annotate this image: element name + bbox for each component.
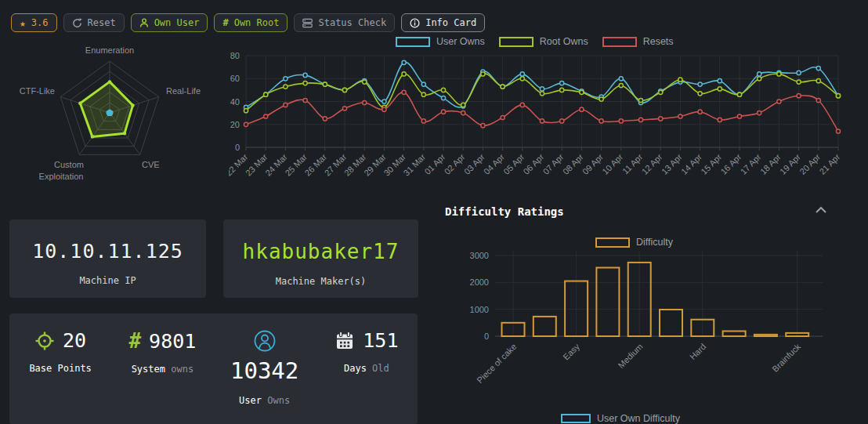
svg-text:0: 0 [235, 143, 240, 152]
machine-info-card-page: ★ 3.6 Reset Own User # Own Root [0, 0, 868, 424]
chevron-up-icon[interactable] [815, 206, 827, 214]
svg-text:16 Apr: 16 Apr [718, 152, 743, 176]
svg-text:Enumeration: Enumeration [85, 45, 134, 55]
toolbar: ★ 3.6 Reset Own User # Own Root [11, 13, 485, 32]
svg-text:12 Apr: 12 Apr [640, 152, 664, 176]
svg-text:19 Apr: 19 Apr [778, 152, 802, 176]
svg-text:02 Apr: 02 Apr [443, 152, 467, 176]
system-owns-label: System owns [132, 364, 194, 375]
svg-text:20 Apr: 20 Apr [797, 152, 822, 176]
stat-user-owns: 10342 User Owns [214, 329, 316, 424]
own-root-label: Own Root [234, 17, 280, 28]
base-points-label: Base Points [29, 363, 91, 374]
machine-stats-card: 20 Base Points # 9801 System owns 10342 … [9, 313, 418, 424]
svg-text:Hard: Hard [688, 342, 707, 361]
system-owns-value: 9801 [149, 330, 196, 353]
calendar-icon [335, 331, 355, 351]
own-root-button[interactable]: # Own Root [214, 13, 288, 32]
svg-text:20: 20 [230, 120, 240, 129]
difficulty-ratings-bar-chart: 0100020003000Piece of cakeEasyMediumHard… [439, 231, 868, 424]
info-card-button[interactable]: Info Card [401, 13, 485, 32]
machine-rating-radar-chart: EnumerationReal-LifeCVECustomExploitatio… [0, 41, 227, 190]
svg-text:1000: 1000 [470, 305, 489, 314]
svg-text:05 Apr: 05 Apr [501, 152, 526, 176]
svg-text:10 Apr: 10 Apr [600, 152, 624, 176]
svg-text:40: 40 [230, 97, 240, 107]
svg-text:CVE: CVE [142, 160, 160, 169]
svg-text:18 Apr: 18 Apr [758, 152, 783, 176]
svg-text:Piece of cake: Piece of cake [475, 342, 518, 385]
reset-button[interactable]: Reset [63, 13, 125, 32]
svg-text:17 Apr: 17 Apr [739, 152, 763, 176]
owns-resets-line-chart: 02040608022 Mar23 Mar24 Mar25 Mar26 Mar2… [229, 31, 868, 198]
reset-label: Reset [88, 17, 116, 28]
status-check-label: Status Check [318, 17, 386, 28]
reset-icon [72, 18, 82, 28]
svg-text:Custom: Custom [54, 160, 84, 169]
info-icon [410, 18, 420, 28]
own-user-label: Own User [154, 17, 200, 28]
svg-text:14 Apr: 14 Apr [679, 152, 703, 176]
machine-ip-card: 10.10.11.125 Machine IP [9, 219, 206, 298]
base-points-value: 20 [63, 329, 86, 352]
legend-item-user-own-difficulty[interactable]: User Own Difficulty [561, 413, 680, 424]
machine-maker-label: Machine Maker(s) [223, 276, 418, 287]
server-icon [302, 18, 313, 28]
user-icon [139, 18, 149, 28]
svg-text:09 Apr: 09 Apr [580, 152, 605, 176]
svg-text:15 Apr: 15 Apr [699, 152, 723, 176]
svg-text:31 Mar: 31 Mar [402, 152, 428, 178]
user-circle-icon [253, 329, 277, 353]
rating-badge[interactable]: ★ 3.6 [11, 13, 57, 32]
svg-text:Real-Life: Real-Life [166, 86, 201, 96]
difficulty-ratings-title: Difficulty Ratings [445, 205, 564, 218]
machine-maker-value[interactable]: hkabubaker17 [223, 240, 418, 263]
status-check-button[interactable]: Status Check [294, 13, 395, 32]
own-user-button[interactable]: Own User [131, 13, 208, 32]
machine-ip-label: Machine IP [9, 275, 206, 286]
svg-text:13 Apr: 13 Apr [660, 152, 684, 176]
svg-text:11 Apr: 11 Apr [620, 152, 645, 176]
hash-icon: # [128, 329, 141, 353]
difficulty-bar [754, 335, 777, 336]
line-chart-grid [246, 56, 838, 147]
target-icon [34, 331, 55, 351]
machine-maker-card: hkabubaker17 Machine Maker(s) [223, 219, 418, 298]
rating-value: 3.6 [31, 17, 49, 28]
info-card-label: Info Card [425, 17, 476, 28]
machine-ip-value: 10.10.11.125 [9, 240, 206, 263]
svg-text:Exploitation: Exploitation [39, 172, 84, 181]
difficulty-bars [502, 263, 809, 336]
svg-text:04 Apr: 04 Apr [482, 152, 506, 176]
hash-icon: # [222, 17, 228, 28]
svg-text:CTF-Like: CTF-Like [20, 86, 55, 96]
stat-base-points: 20 Base Points [9, 329, 111, 424]
svg-text:Easy: Easy [561, 342, 581, 362]
svg-text:2000: 2000 [470, 277, 489, 287]
svg-text:08 Apr: 08 Apr [561, 152, 585, 176]
days-old-value: 151 [363, 329, 398, 352]
x-axis-ticks [246, 147, 838, 150]
user-owns-label: User Owns [239, 395, 290, 406]
user-own-difficulty-legend-swatch [561, 414, 591, 423]
star-icon: ★ [20, 18, 26, 28]
svg-text:21 Apr: 21 Apr [817, 152, 841, 176]
svg-text:3000: 3000 [470, 251, 489, 260]
svg-text:06 Apr: 06 Apr [521, 152, 545, 176]
svg-text:01 Apr: 01 Apr [422, 152, 447, 176]
user-own-difficulty-legend: User Own Difficulty [561, 413, 680, 424]
stat-system-owns: # 9801 System owns [111, 329, 213, 424]
difficulty-bar [660, 310, 682, 336]
svg-text:0: 0 [484, 332, 489, 341]
svg-text:Brainfuck: Brainfuck [770, 342, 802, 374]
svg-text:60: 60 [230, 74, 240, 83]
stat-days-old: 151 Days Old [316, 329, 418, 424]
svg-text:07 Apr: 07 Apr [541, 152, 566, 176]
svg-text:80: 80 [230, 51, 240, 60]
difficulty-bar [533, 317, 556, 336]
difficulty-bar [723, 332, 746, 337]
difficulty-bar [596, 268, 619, 337]
radar-series-0 [78, 80, 135, 138]
user-own-difficulty-legend-label: User Own Difficulty [597, 413, 680, 424]
svg-text:Medium: Medium [616, 342, 644, 370]
